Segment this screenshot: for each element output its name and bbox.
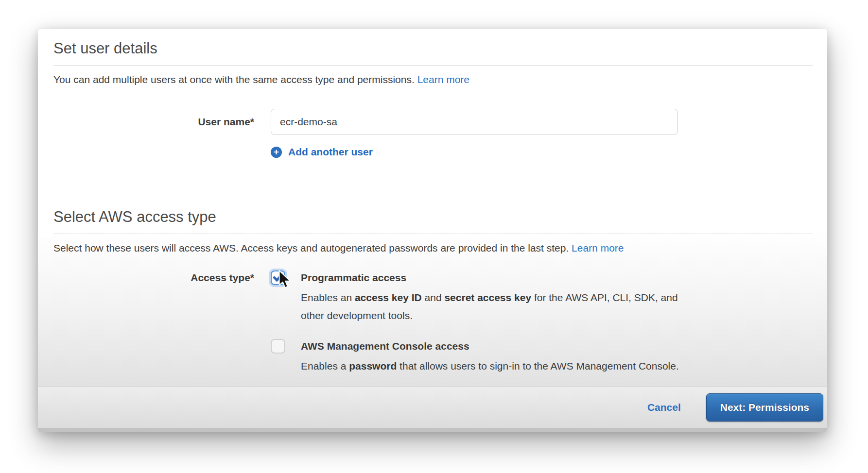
add-another-user-button[interactable]: + Add another user	[271, 146, 373, 158]
wizard-footer: Cancel Next: Permissions	[38, 387, 827, 432]
access-type-title: Select AWS access type	[53, 206, 813, 227]
page-title: Set user details	[53, 38, 813, 59]
user-details-description: You can add multiple users at once with …	[53, 73, 813, 86]
cancel-button[interactable]: Cancel	[647, 402, 681, 413]
section-access-type: Select AWS access type Select how these …	[53, 206, 813, 375]
desc-bold: password	[349, 360, 397, 372]
add-user-panel: Set user details You can add multiple us…	[38, 29, 827, 432]
access-type-description-text: Select how these users will access AWS. …	[53, 242, 572, 253]
desc-text: and	[422, 292, 445, 303]
plus-icon: +	[271, 147, 282, 158]
desc-text: for the AWS API, CLI, SDK, and	[531, 292, 678, 303]
learn-more-link-access-type[interactable]: Learn more	[572, 242, 624, 253]
checkmark-icon	[272, 271, 284, 284]
next-permissions-button[interactable]: Next: Permissions	[706, 393, 823, 422]
access-type-row: Access type* Programmatic access	[53, 270, 813, 375]
footer-bottom-strip	[38, 428, 827, 432]
desc-text: other development tools.	[301, 310, 413, 321]
user-details-description-text: You can add multiple users at once with …	[53, 74, 417, 85]
add-another-user-label: Add another user	[288, 146, 373, 158]
divider	[53, 65, 813, 66]
user-name-label: User name*	[53, 116, 254, 128]
access-type-description: Select how these users will access AWS. …	[53, 241, 813, 254]
desc-text: that allows users to sign-in to the AWS …	[397, 360, 679, 372]
programmatic-access-text: Programmatic access Enables an access ke…	[301, 270, 678, 324]
console-access-checkbox[interactable]	[271, 339, 285, 354]
access-type-options: Programmatic access Enables an access ke…	[271, 270, 679, 375]
programmatic-access-checkbox[interactable]	[271, 270, 285, 285]
access-type-label: Access type*	[53, 270, 254, 285]
console-access-description: Enables a password that allows users to …	[301, 357, 679, 375]
desc-bold: secret access key	[444, 292, 531, 303]
learn-more-link-user-details[interactable]: Learn more	[417, 74, 469, 85]
programmatic-access-description: Enables an access key ID and secret acce…	[301, 288, 678, 324]
page: Set user details You can add multiple us…	[0, 0, 868, 473]
console-access-text: AWS Management Console access Enables a …	[301, 339, 679, 375]
wizard-footer-actions: Cancel Next: Permissions	[38, 387, 827, 428]
programmatic-access-title: Programmatic access	[301, 270, 678, 285]
option-programmatic-access: Programmatic access Enables an access ke…	[271, 270, 679, 324]
option-console-access: AWS Management Console access Enables a …	[271, 339, 679, 375]
user-name-input[interactable]	[271, 109, 678, 135]
console-access-title: AWS Management Console access	[301, 339, 679, 354]
divider	[53, 234, 813, 234]
user-name-row: User name*	[53, 109, 813, 135]
panel-content: Set user details You can add multiple us…	[38, 29, 827, 375]
desc-text: Enables an	[301, 292, 355, 303]
section-user-details: Set user details You can add multiple us…	[53, 38, 813, 158]
desc-text: Enables a	[301, 360, 349, 372]
desc-bold: access key ID	[355, 292, 422, 303]
